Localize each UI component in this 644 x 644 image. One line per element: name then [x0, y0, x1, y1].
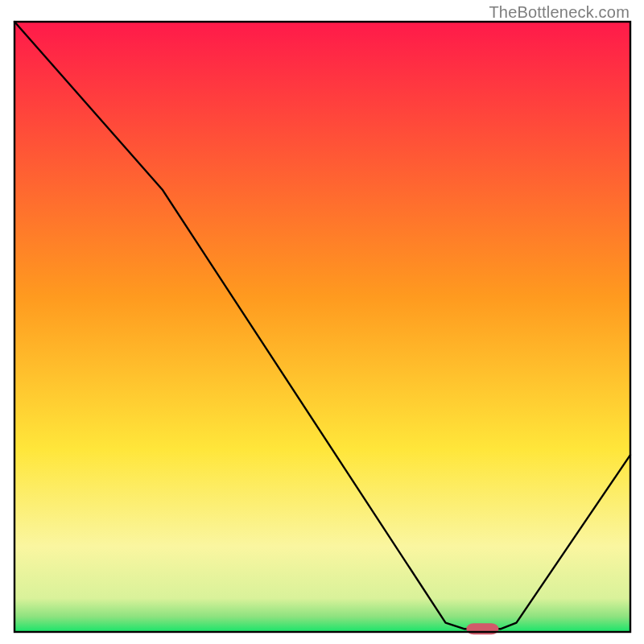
plot-background	[14, 22, 630, 632]
chart-svg	[0, 0, 644, 644]
chart-container: TheBottleneck.com	[0, 0, 644, 644]
